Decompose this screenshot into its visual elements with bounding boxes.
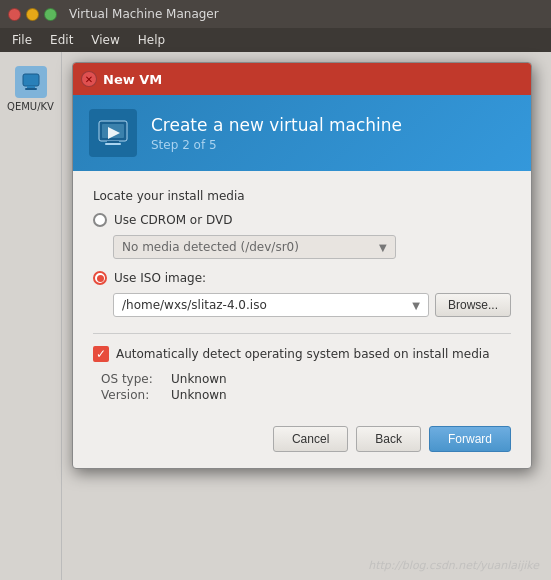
dialog-title: New VM — [103, 72, 162, 87]
svg-rect-2 — [25, 88, 37, 90]
watermark: http://blog.csdn.net/yuanlaijike — [368, 559, 539, 572]
version-key: Version: — [101, 388, 171, 402]
os-info: OS type: Unknown Version: Unknown — [101, 372, 511, 402]
menu-edit[interactable]: Edit — [42, 31, 81, 49]
iso-radio[interactable] — [93, 271, 107, 285]
window-title: Virtual Machine Manager — [69, 7, 219, 21]
iso-path-input[interactable]: /home/wxs/slitaz-4.0.iso ▼ — [113, 293, 429, 317]
section-label: Locate your install media — [93, 189, 511, 203]
vm-icon — [89, 109, 137, 157]
button-row: Cancel Back Forward — [73, 416, 531, 468]
version-value: Unknown — [171, 388, 511, 402]
dialog-overlay: ✕ New VM Create a ne — [62, 52, 551, 580]
sidebar-item-qemu[interactable]: QEMU/KV — [0, 60, 61, 118]
minimize-window-button[interactable] — [26, 8, 39, 21]
forward-button[interactable]: Forward — [429, 426, 511, 452]
iso-path-row: /home/wxs/slitaz-4.0.iso ▼ Browse... — [113, 293, 511, 317]
menu-file[interactable]: File — [4, 31, 40, 49]
cdrom-radio[interactable] — [93, 213, 107, 227]
cdrom-dropdown-value: No media detected (/dev/sr0) — [122, 240, 299, 254]
window-controls — [8, 8, 57, 21]
dropdown-arrow-icon: ▼ — [379, 242, 387, 253]
dialog-heading: Create a new virtual machine — [151, 115, 402, 135]
cdrom-option[interactable]: Use CDROM or DVD — [93, 213, 511, 227]
sidebar: QEMU/KV — [0, 52, 62, 580]
iso-label: Use ISO image: — [114, 271, 206, 285]
svg-rect-7 — [105, 143, 121, 145]
dialog-close-button[interactable]: ✕ — [81, 71, 97, 87]
cdrom-label: Use CDROM or DVD — [114, 213, 232, 227]
dialog-titlebar: ✕ New VM — [73, 63, 531, 95]
cdrom-dropdown[interactable]: No media detected (/dev/sr0) ▼ — [113, 235, 396, 259]
menu-help[interactable]: Help — [130, 31, 173, 49]
qemu-icon — [15, 66, 47, 98]
checkmark-icon: ✓ — [96, 348, 106, 360]
new-vm-dialog: ✕ New VM Create a ne — [72, 62, 532, 469]
svg-rect-0 — [23, 74, 39, 86]
autodetect-checkbox[interactable]: ✓ — [93, 346, 109, 362]
dialog-header-text: Create a new virtual machine Step 2 of 5 — [151, 115, 402, 152]
os-type-value: Unknown — [171, 372, 511, 386]
maximize-window-button[interactable] — [44, 8, 57, 21]
browse-button[interactable]: Browse... — [435, 293, 511, 317]
autodetect-row[interactable]: ✓ Automatically detect operating system … — [93, 346, 511, 362]
close-window-button[interactable] — [8, 8, 21, 21]
autodetect-label: Automatically detect operating system ba… — [116, 347, 490, 361]
sidebar-item-label: QEMU/KV — [7, 101, 54, 112]
separator — [93, 333, 511, 334]
os-type-key: OS type: — [101, 372, 171, 386]
cancel-button[interactable]: Cancel — [273, 426, 348, 452]
back-button[interactable]: Back — [356, 426, 421, 452]
iso-input-arrow-icon: ▼ — [412, 300, 420, 311]
iso-option[interactable]: Use ISO image: — [93, 271, 511, 285]
dialog-step: Step 2 of 5 — [151, 138, 217, 152]
menubar: File Edit View Help — [0, 28, 551, 52]
main-area: QEMU/KV ✕ New VM — [0, 52, 551, 580]
menu-view[interactable]: View — [83, 31, 127, 49]
cdrom-dropdown-row: No media detected (/dev/sr0) ▼ — [113, 235, 511, 259]
dialog-body: Locate your install media Use CDROM or D… — [73, 171, 531, 416]
iso-path-value: /home/wxs/slitaz-4.0.iso — [122, 298, 267, 312]
titlebar: Virtual Machine Manager — [0, 0, 551, 28]
dialog-header: Create a new virtual machine Step 2 of 5 — [73, 95, 531, 171]
